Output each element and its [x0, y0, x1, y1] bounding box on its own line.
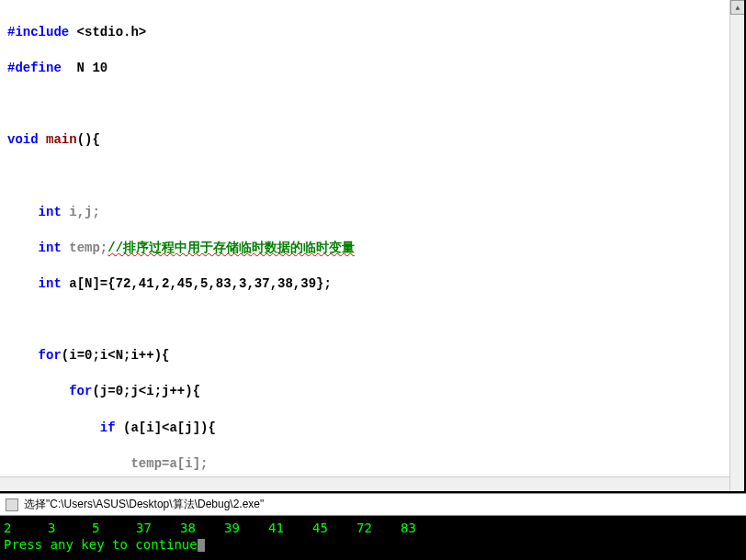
- console-continue-line: Press any key to continue: [4, 536, 742, 553]
- indent: [7, 241, 39, 255]
- console-window-icon: [6, 498, 18, 511]
- kw-int: int: [39, 241, 62, 255]
- out-n9: 83: [401, 520, 445, 536]
- kw-for: for: [39, 348, 62, 363]
- editor-vertical-scrollbar[interactable]: ▲: [729, 0, 744, 491]
- out-n8: 72: [356, 520, 401, 536]
- out-n2: 5: [92, 520, 136, 536]
- define-value: N 10: [62, 61, 107, 75]
- indent: [7, 420, 100, 435]
- out-n4: 38: [180, 520, 224, 536]
- main-func: main: [39, 132, 77, 147]
- out-n3: 37: [136, 520, 180, 536]
- if-cond: (a[i]<a[j]){: [116, 420, 216, 435]
- kw-if: if: [100, 420, 116, 435]
- kw-void: void: [7, 132, 39, 147]
- preproc-define: #define: [7, 61, 62, 75]
- out-n7: 45: [312, 520, 356, 536]
- kw-int: int: [39, 276, 62, 291]
- console-titlebar[interactable]: 选择"C:\Users\ASUS\Desktop\算法\Debug\2.exe": [0, 493, 746, 516]
- decl-ij: i,j;: [62, 205, 100, 219]
- for-inner-cond: (j=0;j<i;j++){: [92, 384, 200, 398]
- preproc-include: #include: [7, 25, 69, 39]
- decl-array: a[N]={72,41,2,45,5,83,3,37,38,39};: [62, 276, 332, 291]
- header-name: <stdio.h>: [69, 25, 146, 39]
- code-editor-panel: #include <stdio.h> #define N 10 void mai…: [0, 0, 746, 493]
- indent: [7, 348, 39, 363]
- console-output[interactable]: 23537383941457283 Press any key to conti…: [0, 516, 746, 560]
- out-n0: 2: [4, 520, 48, 536]
- swap-line1: temp=a[i];: [130, 456, 208, 471]
- code-editor[interactable]: #include <stdio.h> #define N 10 void mai…: [0, 0, 744, 476]
- indent: [7, 276, 39, 291]
- main-open: (){: [77, 132, 100, 147]
- console-title: 选择"C:\Users\ASUS\Desktop\算法\Debug\2.exe": [24, 497, 264, 512]
- kw-int: int: [39, 205, 62, 219]
- indent: [7, 456, 130, 471]
- scroll-up-arrow-icon[interactable]: ▲: [730, 0, 745, 15]
- for-outer-cond: (i=0;i<N;i++){: [62, 348, 170, 363]
- console-output-line1: 23537383941457283: [4, 520, 742, 536]
- editor-horizontal-scrollbar[interactable]: [0, 476, 744, 491]
- out-n6: 41: [268, 520, 312, 536]
- comment-temp: //排序过程中用于存储临时数据的临时变量: [107, 241, 355, 255]
- decl-temp: temp;: [62, 241, 107, 255]
- console-cursor-icon: [198, 539, 205, 552]
- indent: [7, 205, 39, 219]
- continue-msg: Press any key to continue: [4, 537, 198, 552]
- out-n1: 3: [48, 520, 92, 536]
- indent: [7, 384, 69, 398]
- out-n5: 39: [224, 520, 268, 536]
- kw-for: for: [69, 384, 92, 398]
